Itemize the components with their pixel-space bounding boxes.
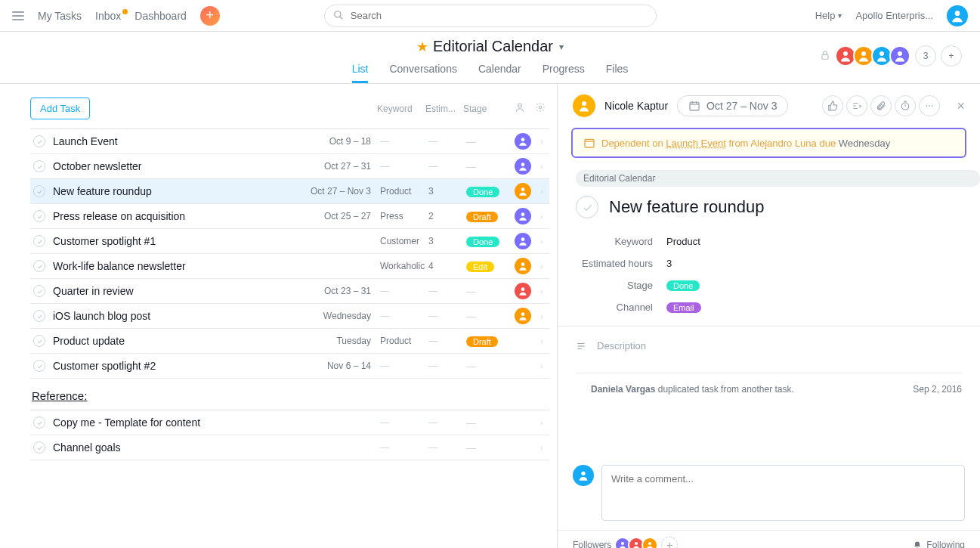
task-row[interactable]: Press release on acquisitionOct 25 – 27P… — [30, 204, 549, 229]
task-estimated: — — [428, 336, 466, 346]
task-keyword: Workaholic — [376, 261, 428, 271]
field-keyword-value[interactable]: Product — [666, 236, 700, 247]
task-assignee[interactable] — [512, 133, 534, 150]
task-row[interactable]: Copy me - Template for content———› — [30, 410, 549, 435]
task-row[interactable]: Launch EventOct 9 – 18———› — [30, 129, 549, 154]
task-keyword: Customer — [376, 236, 428, 246]
task-row[interactable]: Customer spotlight #2Nov 6 – 14———› — [30, 354, 549, 379]
complete-toggle[interactable] — [33, 285, 45, 297]
search-input[interactable] — [324, 5, 657, 27]
complete-toggle[interactable] — [33, 135, 45, 147]
assignee-name[interactable]: Nicole Kaptur — [604, 100, 668, 112]
close-icon[interactable]: × — [957, 98, 965, 114]
task-row[interactable]: Channel goals———› — [30, 435, 549, 460]
nav-dashboard[interactable]: Dashboard — [134, 10, 187, 22]
complete-toggle[interactable] — [33, 260, 45, 272]
description-icon — [576, 341, 586, 351]
attachment-button[interactable] — [870, 95, 892, 116]
calendar-icon — [688, 100, 700, 112]
description-row[interactable]: Description — [558, 326, 980, 365]
complete-toggle[interactable] — [33, 235, 45, 247]
follower-avatar[interactable] — [641, 537, 658, 548]
complete-toggle[interactable] — [33, 185, 45, 197]
tab-files[interactable]: Files — [606, 63, 629, 83]
add-member-button[interactable]: + — [941, 45, 962, 67]
members-row: 3 + — [820, 45, 962, 67]
nav-my-tasks[interactable]: My Tasks — [38, 10, 82, 22]
add-task-button[interactable]: Add Task — [30, 98, 90, 119]
task-row[interactable]: New feature roundupOct 27 – Nov 3Product… — [30, 179, 549, 204]
like-button[interactable] — [822, 95, 843, 116]
task-assignee[interactable] — [512, 308, 534, 324]
section-reference[interactable]: Reference: — [30, 379, 549, 410]
complete-task-button[interactable] — [576, 196, 598, 218]
svg-point-6 — [880, 51, 884, 56]
quick-add-button[interactable]: + — [200, 6, 220, 26]
svg-point-18 — [582, 101, 586, 106]
task-assignee[interactable] — [512, 233, 534, 249]
task-assignee[interactable] — [512, 158, 534, 175]
svg-point-23 — [902, 103, 909, 110]
tab-calendar[interactable]: Calendar — [478, 63, 521, 83]
task-assignee[interactable] — [512, 258, 534, 274]
timer-button[interactable] — [895, 95, 916, 116]
assignee-icon — [509, 102, 531, 115]
task-assignee[interactable] — [512, 283, 534, 299]
complete-toggle[interactable] — [33, 416, 45, 429]
task-row[interactable]: Product updateTuesdayProduct—Draft› — [30, 329, 549, 354]
chevron-down-icon[interactable]: ▾ — [559, 42, 564, 52]
more-actions-button[interactable] — [919, 95, 940, 116]
tab-conversations[interactable]: Conversations — [389, 63, 457, 83]
complete-toggle[interactable] — [33, 210, 45, 222]
add-follower-button[interactable]: + — [661, 537, 678, 548]
workspace-name[interactable]: Apollo Enterpris... — [855, 10, 933, 21]
dep-due: Wednesday — [839, 138, 890, 149]
task-row[interactable]: iOS launch blog postWednesday———› — [30, 304, 549, 329]
task-date: Oct 23 – 31 — [308, 286, 376, 296]
field-stage-value[interactable]: Done — [666, 280, 700, 291]
task-assignee[interactable] — [512, 183, 534, 200]
nav-inbox[interactable]: Inbox — [95, 10, 121, 22]
task-row[interactable]: Customer spotlight #1Customer3Done› — [30, 229, 549, 254]
task-row[interactable]: Work-life balance newsletterWorkaholic4E… — [30, 254, 549, 279]
task-assignee[interactable] — [512, 208, 534, 224]
members-overflow[interactable]: 3 — [915, 45, 936, 67]
field-est-value[interactable]: 3 — [666, 258, 672, 269]
task-detail-pane: Nicole Kaptur Oct 27 – Nov 3 × Dependent… — [557, 84, 980, 548]
task-row[interactable]: Quarter in reviewOct 23 – 31———› — [30, 279, 549, 304]
chevron-right-icon: › — [534, 419, 549, 427]
member-avatar[interactable] — [889, 45, 910, 67]
task-title[interactable]: New feature roundup — [609, 197, 764, 217]
following-toggle[interactable]: Following — [913, 540, 965, 548]
complete-toggle[interactable] — [33, 335, 45, 347]
dep-task-link[interactable]: Launch Event — [666, 138, 726, 149]
project-title-row[interactable]: ★ Editorial Calendar ▾ — [416, 38, 564, 55]
tab-list[interactable]: List — [352, 63, 369, 83]
project-chip[interactable]: Editorial Calendar — [576, 170, 980, 187]
svg-point-12 — [521, 187, 525, 191]
user-avatar[interactable] — [947, 5, 968, 26]
field-channel-value[interactable]: Email — [666, 302, 701, 313]
complete-toggle[interactable] — [33, 441, 45, 454]
gear-icon[interactable] — [531, 102, 549, 115]
dependency-banner[interactable]: Dependent on Launch Event from Alejandro… — [571, 128, 966, 158]
assignee-avatar[interactable] — [573, 94, 595, 117]
chevron-right-icon: › — [534, 187, 549, 196]
complete-toggle[interactable] — [33, 310, 45, 322]
menu-icon[interactable] — [12, 11, 24, 20]
comment-input[interactable] — [601, 465, 965, 521]
tab-progress[interactable]: Progress — [543, 63, 585, 83]
task-stage: — — [466, 311, 512, 322]
chevron-right-icon: › — [534, 337, 549, 345]
chevron-right-icon: › — [534, 262, 549, 271]
task-keyword: — — [376, 136, 428, 147]
task-row[interactable]: October newsletterOct 27 – 31———› — [30, 154, 549, 179]
star-icon[interactable]: ★ — [416, 39, 428, 55]
complete-toggle[interactable] — [33, 160, 45, 172]
subtask-button[interactable] — [846, 95, 867, 116]
task-stage: — — [466, 136, 512, 147]
help-menu[interactable]: Help ▾ — [815, 10, 842, 21]
complete-toggle[interactable] — [33, 360, 45, 372]
chevron-right-icon: › — [534, 444, 549, 452]
due-date[interactable]: Oct 27 – Nov 3 — [677, 95, 788, 116]
